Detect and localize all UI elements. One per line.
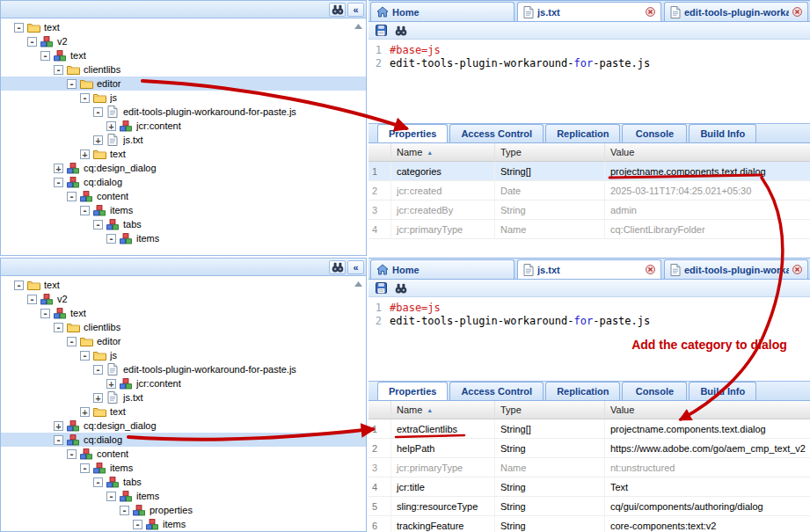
tab-edit-tools-plugin-workaround[interactable]: edit-tools-plugin-workaround xyxy=(664,259,808,279)
collapse-node-icon[interactable]: - xyxy=(54,65,63,75)
tree-node-clientlibs[interactable]: -clientlibs xyxy=(1,62,366,77)
tree-node-js-txt[interactable]: +js.txt xyxy=(1,133,366,147)
property-value[interactable]: 2025-03-11T17:04:25.021+05:30 xyxy=(605,181,810,200)
expand-node-icon[interactable]: + xyxy=(106,121,116,131)
property-value[interactable]: admin xyxy=(605,200,810,219)
tree-node-items[interactable]: -items xyxy=(1,461,366,475)
tree-node-js[interactable]: -js xyxy=(1,348,366,362)
collapse-node-icon[interactable]: - xyxy=(93,107,103,117)
collapse-node-icon[interactable]: - xyxy=(67,79,77,89)
property-value[interactable]: https://www.adobe.com/go/aem_cmp_text_v2 xyxy=(605,439,810,457)
collapse-node-icon[interactable]: - xyxy=(106,234,116,244)
tree-node-text[interactable]: -text xyxy=(1,20,366,34)
property-row-extraclientlibs[interactable]: 1extraClientlibsString[]projectname.comp… xyxy=(369,419,810,439)
tree-node-editor[interactable]: -editor xyxy=(1,334,366,348)
tab-home[interactable]: Home xyxy=(370,259,514,279)
tree-node-text[interactable]: +text xyxy=(1,147,366,161)
collapse-node-icon[interactable]: - xyxy=(93,220,103,230)
tab-js-txt[interactable]: js.txt xyxy=(517,259,661,279)
collapse-node-icon[interactable]: - xyxy=(80,206,90,215)
tree-node-jcr-content[interactable]: +jcr:content xyxy=(1,376,366,390)
collapse-node-icon[interactable]: - xyxy=(54,323,63,332)
grid-header-type[interactable]: Type xyxy=(495,143,605,161)
tab-console[interactable]: Console xyxy=(622,124,687,142)
tree-search-button[interactable] xyxy=(329,260,346,274)
tree-node-text[interactable]: -text xyxy=(1,278,366,292)
collapse-node-icon[interactable]: - xyxy=(54,178,63,187)
search-in-file-button[interactable] xyxy=(394,24,408,38)
tree-node-items[interactable]: -items xyxy=(1,231,366,245)
tree-node-v2[interactable]: -v2 xyxy=(1,34,366,48)
tree-node-tabs[interactable]: -tabs xyxy=(1,217,366,231)
collapse-node-icon[interactable]: - xyxy=(120,506,129,515)
tree-node-cq-design-dialog[interactable]: +cq:design_dialog xyxy=(1,419,366,433)
collapse-node-icon[interactable]: - xyxy=(80,93,90,103)
tab-access-control[interactable]: Access Control xyxy=(449,382,544,400)
property-value[interactable]: cq/gui/components/authoring/dialog xyxy=(605,497,810,515)
collapse-node-icon[interactable]: - xyxy=(67,449,77,459)
tree-node-properties[interactable]: -properties xyxy=(1,503,366,517)
expand-node-icon[interactable]: + xyxy=(54,164,63,173)
tab-build-info[interactable]: Build Info xyxy=(689,382,756,400)
collapse-node-icon[interactable]: - xyxy=(27,37,37,47)
property-value[interactable]: projectname.components.text.dialog xyxy=(605,162,810,180)
property-row-jcr-title[interactable]: 4jcr:titleStringText xyxy=(369,477,810,497)
tree-node-cq-design-dialog[interactable]: +cq:design_dialog xyxy=(1,161,366,175)
collapse-node-icon[interactable]: - xyxy=(27,295,37,304)
collapse-node-icon[interactable]: - xyxy=(93,477,103,487)
collapse-panel-button[interactable]: « xyxy=(347,260,364,274)
tree-node-tabs[interactable]: -tabs xyxy=(1,475,366,489)
tab-properties[interactable]: Properties xyxy=(377,124,448,142)
tree-node-editor[interactable]: -editor xyxy=(1,77,366,91)
tab-replication[interactable]: Replication xyxy=(545,124,620,142)
close-tab-icon[interactable] xyxy=(792,265,802,274)
expand-node-icon[interactable]: + xyxy=(106,379,116,389)
tab-edit-tools-plugin-workaround[interactable]: edit-tools-plugin-workaround xyxy=(664,2,808,21)
save-button[interactable] xyxy=(374,24,388,38)
tree-node-items[interactable]: -items xyxy=(1,517,366,531)
search-in-file-button[interactable] xyxy=(394,281,408,295)
tab-build-info[interactable]: Build Info xyxy=(689,124,756,142)
close-tab-icon[interactable] xyxy=(646,265,655,274)
tree-node-clientlibs[interactable]: -clientlibs xyxy=(1,320,366,334)
expand-node-icon[interactable]: + xyxy=(54,421,63,431)
tree-node-content[interactable]: -content xyxy=(1,447,366,461)
scrollbar-up-button[interactable] xyxy=(352,278,364,289)
expand-node-icon[interactable]: + xyxy=(93,135,103,145)
grid-header-value[interactable]: Value xyxy=(605,143,810,161)
collapse-node-icon[interactable]: - xyxy=(67,192,77,201)
tree-node-v2[interactable]: -v2 xyxy=(1,292,366,306)
tab-access-control[interactable]: Access Control xyxy=(449,124,544,142)
tree-node-cq-dialog[interactable]: -cq:dialog xyxy=(1,175,366,189)
collapse-node-icon[interactable]: - xyxy=(133,520,142,529)
tab-home[interactable]: Home xyxy=(370,2,514,21)
code-editor[interactable]: 1#base=js2edit-tools-plugin-workaround-f… xyxy=(369,40,810,123)
grid-header-name[interactable]: Name ▲ xyxy=(391,143,495,161)
property-row-categories[interactable]: 1categoriesString[]projectname.component… xyxy=(369,162,810,181)
property-row-jcr-created[interactable]: 2jcr:createdDate2025-03-11T17:04:25.021+… xyxy=(369,181,810,200)
tab-replication[interactable]: Replication xyxy=(545,382,620,400)
tree-node-js-txt[interactable]: +js.txt xyxy=(1,390,366,404)
collapse-node-icon[interactable]: - xyxy=(67,337,77,346)
collapse-node-icon[interactable]: - xyxy=(14,281,24,290)
tree-node-text[interactable]: -text xyxy=(1,48,366,62)
tree-node-text[interactable]: +text xyxy=(1,404,366,419)
collapse-node-icon[interactable]: - xyxy=(106,492,116,501)
property-row-trackingfeature[interactable]: 6trackingFeatureStringcore-components:te… xyxy=(369,516,810,532)
tab-js-txt[interactable]: js.txt xyxy=(517,2,661,21)
collapse-node-icon[interactable]: - xyxy=(93,365,103,375)
property-value[interactable]: core-components:text:v2 xyxy=(605,516,810,532)
property-row-sling-resourcetype[interactable]: 5sling:resourceTypeStringcq/gui/componen… xyxy=(369,497,810,516)
tree-node-items[interactable]: -items xyxy=(1,203,366,217)
tree-node-edit-tools-plugin-workaround-for-paste-js[interactable]: -edit-tools-plugin-workaround-for-paste.… xyxy=(1,362,366,376)
tree-node-edit-tools-plugin-workaround-for-paste-js[interactable]: -edit-tools-plugin-workaround-for-paste.… xyxy=(1,105,366,119)
tree-node-js[interactable]: -js xyxy=(1,91,366,105)
property-row-jcr-primarytype[interactable]: 4jcr:primaryTypeNamecq:ClientLibraryFold… xyxy=(369,220,810,239)
tab-console[interactable]: Console xyxy=(622,382,687,400)
code-editor[interactable]: 1#base=js2edit-tools-plugin-workaround-f… xyxy=(369,297,810,381)
property-row-helppath[interactable]: 2helpPathStringhttps://www.adobe.com/go/… xyxy=(369,439,810,458)
collapse-node-icon[interactable]: - xyxy=(14,23,24,33)
expand-node-icon[interactable]: + xyxy=(80,149,90,159)
property-value[interactable]: Text xyxy=(605,477,810,496)
grid-header-value[interactable]: Value xyxy=(605,401,810,419)
